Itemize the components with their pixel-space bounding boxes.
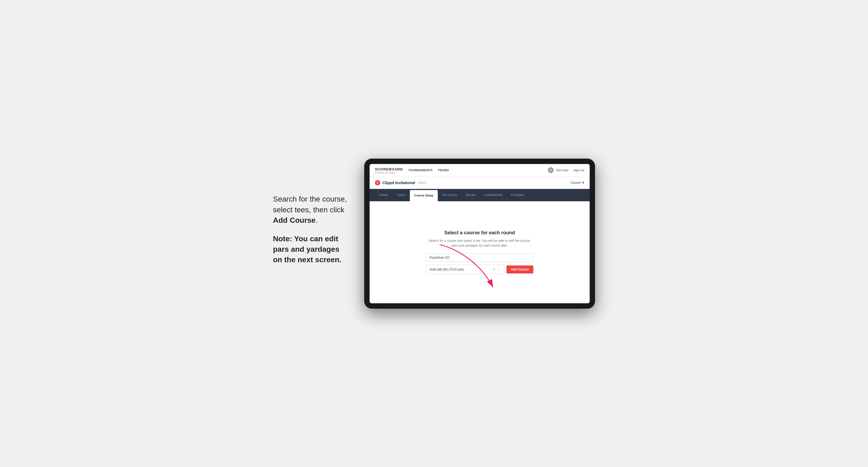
separator: | xyxy=(570,168,571,172)
tab-leaderboards[interactable]: Leaderboards xyxy=(480,189,507,201)
tab-printables[interactable]: Printables xyxy=(507,189,528,201)
main-content: Select a course for each round Search fo… xyxy=(370,201,590,303)
tab-results[interactable]: Results xyxy=(461,189,480,201)
tablet-device: SCOREBOARD Powered by clippd TOURNAMENTS… xyxy=(364,159,595,309)
navbar: SCOREBOARD Powered by clippd TOURNAMENTS… xyxy=(370,164,590,177)
sign-out-link[interactable]: Sign out xyxy=(574,168,584,172)
section-title: Select a course for each round xyxy=(426,230,533,236)
tablet-screen: SCOREBOARD Powered by clippd TOURNAMENTS… xyxy=(370,164,590,303)
tee-expand-button[interactable]: ⌄ xyxy=(497,267,501,272)
navbar-left: SCOREBOARD Powered by clippd TOURNAMENTS… xyxy=(375,167,449,174)
tee-clear-button[interactable]: ✕ xyxy=(492,267,496,272)
brand-logo: SCOREBOARD Powered by clippd xyxy=(375,167,403,174)
navbar-nav: TOURNAMENTS TEAMS xyxy=(408,167,449,173)
tee-select-controls: ✕ ⌄ xyxy=(492,267,501,272)
course-select-section: Select a course for each round Search fo… xyxy=(426,230,533,274)
tab-details[interactable]: Details xyxy=(375,189,393,201)
tab-navigation: Details Teams Course Setup Tee Groups Re… xyxy=(370,189,590,201)
nav-teams[interactable]: TEAMS xyxy=(438,167,449,173)
cancel-button[interactable]: Cancel ✕ xyxy=(570,181,584,185)
tablet-frame: SCOREBOARD Powered by clippd TOURNAMENTS… xyxy=(364,159,595,309)
tournament-title: C Clippd Invitational (Men) xyxy=(375,180,427,185)
tee-select-row: Gold (M) (M) (7010 yds) ✕ ⌄ Add Course xyxy=(426,264,533,274)
annotation-paragraph: Search for the course, select tees, then… xyxy=(273,194,348,225)
tab-course-setup[interactable]: Course Setup xyxy=(410,190,438,201)
annotation-note: Note: You can edit pars and yardages on … xyxy=(273,234,348,265)
user-name: Test User xyxy=(556,168,568,172)
annotation-section: Search for the course, select tees, then… xyxy=(273,194,348,273)
course-search-input[interactable] xyxy=(426,253,533,262)
nav-tournaments[interactable]: TOURNAMENTS xyxy=(408,167,433,173)
tab-tee-groups[interactable]: Tee Groups xyxy=(438,189,462,201)
add-course-button[interactable]: Add Course xyxy=(506,266,533,274)
tab-teams[interactable]: Teams xyxy=(393,189,410,201)
navbar-right: U Test User | Sign out xyxy=(548,167,584,173)
tee-select-value: Gold (M) (M) (7010 yds) xyxy=(429,268,464,271)
user-avatar: U xyxy=(548,167,554,173)
tee-select-dropdown[interactable]: Gold (M) (M) (7010 yds) ✕ ⌄ xyxy=(426,264,504,274)
section-description: Search for a course and select a tee. Yo… xyxy=(426,238,533,248)
clippd-logo: C xyxy=(375,180,380,185)
brand: SCOREBOARD Powered by clippd xyxy=(375,167,403,174)
annotation-bold: Add Course xyxy=(273,216,316,224)
tournament-header: C Clippd Invitational (Men) Cancel ✕ xyxy=(370,177,590,189)
